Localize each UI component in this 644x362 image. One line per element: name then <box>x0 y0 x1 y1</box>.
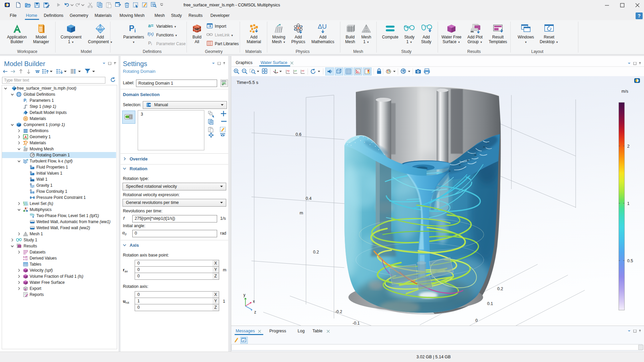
svg-text:-0.1: -0.1 <box>352 321 360 326</box>
svg-text:0.1: 0.1 <box>487 301 493 306</box>
svg-text:0.5: 0.5 <box>627 259 633 263</box>
svg-text:xz: xz <box>302 69 304 72</box>
svg-text:xy: xy <box>287 69 290 72</box>
svg-text:x: x <box>253 299 255 304</box>
svg-text:Time=5.5 s: Time=5.5 s <box>237 80 259 85</box>
svg-text:1: 1 <box>627 201 630 206</box>
svg-text:0.4: 0.4 <box>306 196 311 201</box>
svg-text:yz: yz <box>294 69 297 72</box>
svg-text:m/s: m/s <box>621 89 628 94</box>
svg-text:2: 2 <box>627 144 630 149</box>
svg-text:-0.2: -0.2 <box>335 309 342 314</box>
svg-text:0.6: 0.6 <box>296 132 301 137</box>
svg-text:0.2: 0.2 <box>313 250 319 254</box>
svg-text:z: z <box>254 310 256 314</box>
svg-text:0.2: 0.2 <box>497 286 503 291</box>
svg-text:y: y <box>243 293 245 297</box>
svg-text:m: m <box>300 211 303 215</box>
svg-text:0: 0 <box>475 318 478 323</box>
